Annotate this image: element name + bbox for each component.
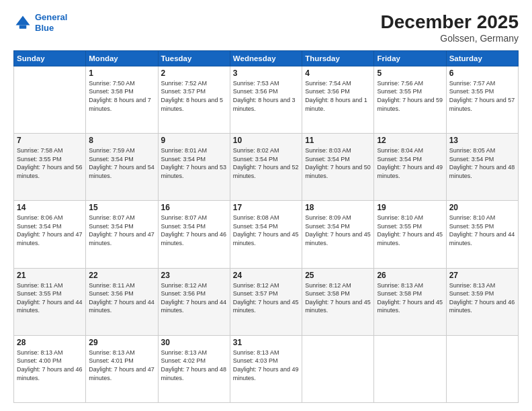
sunset-text: Sunset: 3:54 PM (161, 156, 206, 163)
sunrise-text: Sunrise: 8:01 AM (161, 147, 208, 154)
day-info: Sunrise: 8:13 AMSunset: 4:00 PMDaylight:… (17, 349, 83, 382)
day-info: Sunrise: 7:54 AMSunset: 3:56 PMDaylight:… (305, 79, 371, 113)
sunset-text: Sunset: 3:54 PM (449, 156, 494, 163)
calendar-cell: 3Sunrise: 7:53 AMSunset: 3:56 PMDaylight… (230, 66, 302, 133)
sunrise-text: Sunrise: 7:59 AM (89, 147, 135, 154)
day-number: 25 (305, 271, 371, 280)
col-header-wednesday: Wednesday (230, 50, 302, 66)
day-info: Sunrise: 8:13 AMSunset: 4:03 PMDaylight:… (233, 349, 299, 382)
calendar-cell: 19Sunrise: 8:10 AMSunset: 3:55 PMDayligh… (374, 201, 446, 268)
page: General Blue December 2025 Golssen, Germ… (0, 0, 532, 411)
daylight-text: Daylight: 7 hours and 57 minutes. (449, 97, 515, 112)
day-info: Sunrise: 8:10 AMSunset: 3:55 PMDaylight:… (449, 214, 515, 247)
day-number: 29 (89, 338, 154, 347)
day-info: Sunrise: 8:09 AMSunset: 3:54 PMDaylight:… (305, 214, 371, 247)
day-number: 28 (17, 338, 83, 347)
sunset-text: Sunset: 3:54 PM (305, 223, 350, 230)
day-info: Sunrise: 8:13 AMSunset: 3:59 PMDaylight:… (449, 281, 515, 315)
calendar-cell: 6Sunrise: 7:57 AMSunset: 3:55 PMDaylight… (446, 66, 518, 133)
calendar-cell (14, 66, 86, 133)
day-number: 11 (305, 136, 371, 145)
sunset-text: Sunset: 3:58 PM (305, 290, 350, 297)
calendar-cell: 14Sunrise: 8:06 AMSunset: 3:54 PMDayligh… (14, 201, 86, 268)
day-number: 24 (233, 271, 299, 280)
daylight-text: Daylight: 7 hours and 45 minutes. (377, 299, 443, 314)
sunrise-text: Sunrise: 8:13 AM (89, 349, 135, 356)
day-info: Sunrise: 7:58 AMSunset: 3:55 PMDaylight:… (17, 146, 83, 180)
sunset-text: Sunset: 4:02 PM (161, 357, 206, 364)
calendar-header-row: SundayMondayTuesdayWednesdayThursdayFrid… (14, 50, 519, 66)
sunset-text: Sunset: 3:55 PM (17, 156, 62, 163)
daylight-text: Daylight: 7 hours and 56 minutes. (17, 164, 83, 179)
calendar-cell: 22Sunrise: 8:11 AMSunset: 3:56 PMDayligh… (86, 268, 158, 335)
calendar-week-4: 21Sunrise: 8:11 AMSunset: 3:55 PMDayligh… (14, 268, 519, 335)
sunset-text: Sunset: 3:55 PM (17, 290, 62, 297)
calendar-cell: 17Sunrise: 8:08 AMSunset: 3:54 PMDayligh… (230, 201, 302, 268)
col-header-thursday: Thursday (302, 50, 374, 66)
title-block: December 2025 Golssen, Germany (381, 12, 519, 44)
day-number: 10 (233, 136, 299, 145)
sunrise-text: Sunrise: 8:13 AM (161, 349, 208, 356)
sunset-text: Sunset: 4:00 PM (17, 357, 62, 364)
day-info: Sunrise: 8:13 AMSunset: 4:01 PMDaylight:… (89, 349, 154, 382)
day-number: 26 (377, 271, 443, 280)
calendar-cell: 9Sunrise: 8:01 AMSunset: 3:54 PMDaylight… (158, 134, 230, 201)
calendar-cell: 13Sunrise: 8:05 AMSunset: 3:54 PMDayligh… (446, 134, 518, 201)
daylight-text: Daylight: 7 hours and 44 minutes. (17, 299, 83, 314)
day-info: Sunrise: 8:04 AMSunset: 3:54 PMDaylight:… (377, 146, 443, 180)
calendar-cell: 7Sunrise: 7:58 AMSunset: 3:55 PMDaylight… (14, 134, 86, 201)
day-number: 31 (233, 338, 299, 347)
daylight-text: Daylight: 7 hours and 54 minutes. (89, 164, 154, 179)
calendar-cell: 5Sunrise: 7:56 AMSunset: 3:55 PMDaylight… (374, 66, 446, 133)
daylight-text: Daylight: 7 hours and 49 minutes. (233, 366, 299, 381)
calendar-cell: 10Sunrise: 8:02 AMSunset: 3:54 PMDayligh… (230, 134, 302, 201)
calendar-cell (374, 335, 446, 402)
day-number: 4 (305, 68, 371, 78)
day-info: Sunrise: 8:05 AMSunset: 3:54 PMDaylight:… (449, 146, 515, 180)
sunrise-text: Sunrise: 8:12 AM (233, 282, 279, 289)
day-info: Sunrise: 8:01 AMSunset: 3:54 PMDaylight:… (161, 146, 227, 180)
day-info: Sunrise: 8:12 AMSunset: 3:56 PMDaylight:… (161, 281, 227, 315)
calendar-cell: 25Sunrise: 8:12 AMSunset: 3:58 PMDayligh… (302, 268, 374, 335)
day-number: 12 (377, 136, 443, 145)
daylight-text: Daylight: 7 hours and 47 minutes. (17, 231, 83, 246)
logo-icon (13, 13, 32, 32)
calendar-cell: 21Sunrise: 8:11 AMSunset: 3:55 PMDayligh… (14, 268, 86, 335)
calendar-cell: 23Sunrise: 8:12 AMSunset: 3:56 PMDayligh… (158, 268, 230, 335)
sunset-text: Sunset: 3:55 PM (377, 88, 422, 95)
location-subtitle: Golssen, Germany (381, 33, 519, 44)
day-info: Sunrise: 7:50 AMSunset: 3:58 PMDaylight:… (89, 79, 154, 113)
daylight-text: Daylight: 7 hours and 59 minutes. (377, 97, 443, 112)
header: General Blue December 2025 Golssen, Germ… (13, 12, 519, 44)
day-number: 19 (377, 203, 443, 212)
sunset-text: Sunset: 3:55 PM (449, 88, 494, 95)
calendar-cell (446, 335, 518, 402)
day-info: Sunrise: 8:03 AMSunset: 3:54 PMDaylight:… (305, 146, 371, 180)
sunset-text: Sunset: 3:54 PM (161, 223, 206, 230)
sunrise-text: Sunrise: 8:13 AM (449, 282, 496, 289)
sunrise-text: Sunrise: 8:13 AM (377, 282, 423, 289)
sunset-text: Sunset: 3:57 PM (161, 88, 206, 95)
col-header-tuesday: Tuesday (158, 50, 230, 66)
day-number: 5 (377, 68, 443, 78)
sunrise-text: Sunrise: 8:02 AM (233, 147, 279, 154)
sunset-text: Sunset: 3:54 PM (89, 156, 134, 163)
sunset-text: Sunset: 3:54 PM (233, 156, 278, 163)
sunset-text: Sunset: 3:58 PM (89, 88, 134, 95)
sunrise-text: Sunrise: 8:11 AM (17, 282, 63, 289)
daylight-text: Daylight: 8 hours and 7 minutes. (89, 97, 151, 112)
day-number: 16 (161, 203, 227, 212)
calendar-cell: 26Sunrise: 8:13 AMSunset: 3:58 PMDayligh… (374, 268, 446, 335)
sunrise-text: Sunrise: 8:07 AM (89, 214, 135, 221)
daylight-text: Daylight: 7 hours and 44 minutes. (449, 231, 515, 246)
sunrise-text: Sunrise: 8:06 AM (17, 214, 63, 221)
calendar-cell (302, 335, 374, 402)
sunrise-text: Sunrise: 7:52 AM (161, 80, 208, 87)
day-number: 18 (305, 203, 371, 212)
sunset-text: Sunset: 3:57 PM (233, 290, 278, 297)
day-info: Sunrise: 8:07 AMSunset: 3:54 PMDaylight:… (89, 214, 154, 247)
sunset-text: Sunset: 3:54 PM (89, 223, 134, 230)
sunrise-text: Sunrise: 8:03 AM (305, 147, 351, 154)
svg-marker-0 (16, 15, 30, 25)
logo-text: General Blue (35, 12, 67, 33)
